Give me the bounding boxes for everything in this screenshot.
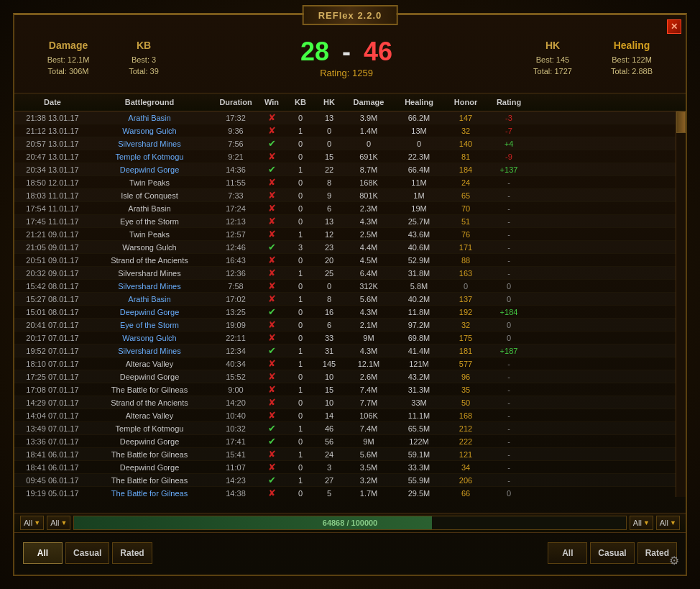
settings-icon[interactable]: ⚙ [667, 553, 681, 567]
header-damage[interactable]: Damage [344, 98, 394, 106]
header-hk[interactable]: HK [315, 98, 344, 106]
win-x-icon: ✘ [268, 358, 276, 369]
cell-damage: 3.5M [344, 463, 394, 472]
table-row[interactable]: 20:47 13.01.17 Temple of Kotmogu 9:21 ✘ … [14, 150, 676, 163]
table-row[interactable]: 17:54 11.01.17 Arathi Basin 17:24 ✘ 0 6 … [14, 202, 676, 215]
header-duration[interactable]: Duration [214, 98, 257, 106]
table-row[interactable]: 14:29 07.01.17 Strand of the Ancients 14… [14, 396, 676, 409]
table-row[interactable]: 15:01 08.01.17 Deepwind Gorge 13:25 ✔ 0 … [14, 306, 676, 319]
table-row[interactable]: 20:51 09.01.17 Strand of the Ancients 16… [14, 254, 676, 267]
cell-kb: 0 [286, 463, 315, 472]
table-row[interactable]: 18:10 07.01.17 Alterac Valley 40:34 ✘ 1 … [14, 357, 676, 370]
score-block: 28 - 46 Rating: 1259 [180, 39, 513, 78]
cell-kb: 1 [286, 476, 315, 485]
scrollbar[interactable] [676, 111, 686, 497]
tab-left-casual[interactable]: Casual [65, 542, 109, 564]
filter-3-arrow: ▼ [643, 519, 650, 526]
table-row[interactable]: 21:21 09.01.17 Twin Peaks 12:57 ✘ 1 12 2… [14, 228, 676, 241]
table-row[interactable]: 15:27 08.01.17 Arathi Basin 17:02 ✘ 1 8 … [14, 293, 676, 306]
cell-date: 14:29 07.01.17 [20, 398, 85, 407]
tab-right-casual[interactable]: Casual [590, 542, 634, 564]
cell-damage: 9M [344, 334, 394, 342]
cell-hk: 33 [315, 334, 344, 342]
kb-best: Best: 3 [108, 54, 180, 65]
cell-win: ✘ [257, 332, 286, 343]
cell-hk: 16 [315, 308, 344, 316]
cell-win: ✔ [257, 164, 286, 175]
filter-dropdown-4[interactable]: All ▼ [656, 516, 680, 530]
cell-kb: 0 [286, 308, 315, 316]
header-rating[interactable]: Rating [487, 98, 530, 106]
header-honor[interactable]: Honor [444, 98, 487, 106]
cell-rating: - [487, 411, 530, 420]
table-row[interactable]: 19:19 05.01.17 The Battle for Gilneas 14… [14, 487, 676, 497]
cell-damage: 7.4M [344, 385, 394, 394]
cell-date: 13:36 07.01.17 [20, 437, 85, 446]
damage-total: Total: 306M [29, 65, 108, 77]
cell-battleground: Deepwind Gorge [85, 308, 214, 316]
cell-win: ✘ [257, 216, 286, 227]
table-row[interactable]: 20:57 13.01.17 Silvershard Mines 7:56 ✔ … [14, 137, 676, 150]
kb-label: KB [108, 40, 180, 51]
table-row[interactable]: 17:45 11.01.17 Eye of the Storm 12:13 ✘ … [14, 215, 676, 228]
rating-value: +187 [500, 347, 518, 355]
table-row[interactable]: 21:38 13.01.17 Arathi Basin 17:32 ✘ 0 13… [14, 111, 676, 124]
table-row[interactable]: 20:34 13.01.17 Deepwind Gorge 14:36 ✔ 1 … [14, 163, 676, 176]
filter-dropdown-1[interactable]: All ▼ [20, 516, 44, 530]
table-row[interactable]: 20:32 09.01.17 Silvershard Mines 12:36 ✘… [14, 267, 676, 280]
filter-dropdown-2[interactable]: All ▼ [47, 516, 70, 530]
scrollbar-thumb[interactable] [676, 111, 686, 133]
tab-left-all[interactable]: All [23, 542, 63, 564]
cell-battleground: Strand of the Ancients [85, 398, 214, 407]
cell-healing: 33M [394, 398, 444, 407]
cell-date: 20:32 09.01.17 [20, 269, 85, 278]
data-table[interactable]: 21:38 13.01.17 Arathi Basin 17:32 ✘ 0 13… [14, 111, 676, 497]
table-row[interactable]: 18:50 12.01.17 Twin Peaks 11:55 ✘ 0 8 16… [14, 176, 676, 189]
tab-right-all[interactable]: All [548, 542, 587, 564]
kb-stat: KB Best: 3 Total: 39 [108, 40, 180, 77]
table-row[interactable]: 18:41 06.01.17 Deepwind Gorge 11:07 ✘ 0 … [14, 461, 676, 474]
healing-total: Total: 2.88B [592, 65, 671, 77]
table-row[interactable]: 17:25 07.01.17 Deepwind Gorge 15:52 ✘ 0 … [14, 370, 676, 383]
table-row[interactable]: 13:49 07.01.17 Temple of Kotmogu 10:32 ✔… [14, 422, 676, 435]
table-row[interactable]: 19:52 07.01.17 Silvershard Mines 12:34 ✔… [14, 344, 676, 357]
table-row[interactable]: 20:41 07.01.17 Eye of the Storm 19:09 ✘ … [14, 319, 676, 332]
header-date[interactable]: Date [20, 98, 85, 106]
cell-duration: 17:32 [214, 114, 257, 122]
header-kb[interactable]: KB [286, 98, 315, 106]
cell-win: ✘ [257, 462, 286, 472]
header-win[interactable]: Win [257, 98, 286, 106]
table-row[interactable]: 14:04 07.01.17 Alterac Valley 10:40 ✘ 0 … [14, 409, 676, 422]
table-row[interactable]: 09:45 06.01.17 The Battle for Gilneas 14… [14, 474, 676, 487]
cell-battleground: Twin Peaks [85, 230, 214, 239]
cell-healing: 121M [394, 360, 444, 368]
table-row[interactable]: 15:42 08.01.17 Silvershard Mines 7:58 ✘ … [14, 280, 676, 293]
table-row[interactable]: 21:12 13.01.17 Warsong Gulch 9:36 ✘ 1 0 … [14, 124, 676, 137]
cell-date: 17:08 07.01.17 [20, 385, 85, 394]
table-row[interactable]: 18:03 11.01.17 Isle of Conquest 7:33 ✘ 0… [14, 189, 676, 202]
filter-dropdown-3[interactable]: All ▼ [630, 516, 653, 530]
rating-dash: - [507, 476, 510, 485]
cell-damage: 7.4M [344, 424, 394, 433]
cell-healing: 22.3M [394, 152, 444, 161]
table-row[interactable]: 13:36 07.01.17 Deepwind Gorge 17:41 ✔ 0 … [14, 435, 676, 448]
header-healing[interactable]: Healing [394, 98, 444, 106]
cell-rating: - [487, 360, 530, 368]
cell-healing: 55.9M [394, 476, 444, 485]
table-row[interactable]: 18:41 06.01.17 The Battle for Gilneas 15… [14, 448, 676, 461]
cell-damage: 0 [344, 140, 394, 148]
cell-date: 19:52 07.01.17 [20, 347, 85, 355]
cell-duration: 16:43 [214, 256, 257, 265]
table-row[interactable]: 20:17 07.01.17 Warsong Gulch 22:11 ✘ 0 3… [14, 332, 676, 344]
cell-honor: 206 [444, 476, 487, 485]
table-row[interactable]: 21:05 09.01.17 Warsong Gulch 12:46 ✔ 3 2… [14, 241, 676, 254]
cell-kb: 0 [286, 152, 315, 161]
cell-honor: 34 [444, 463, 487, 472]
table-row[interactable]: 17:08 07.01.17 The Battle for Gilneas 9:… [14, 383, 676, 396]
rating-dash: - [507, 360, 510, 368]
rating-dash: - [507, 204, 510, 213]
cell-honor: 212 [444, 424, 487, 433]
tab-left-rated[interactable]: Rated [112, 542, 152, 564]
header-battleground[interactable]: Battleground [85, 98, 214, 106]
cell-honor: 88 [444, 256, 487, 265]
